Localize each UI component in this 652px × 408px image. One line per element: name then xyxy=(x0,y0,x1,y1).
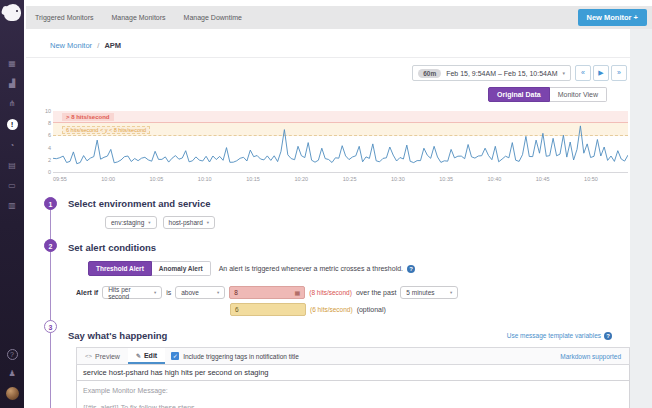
monitor-steps: 1 2 3 Select environment and service env… xyxy=(24,194,630,408)
notebooks-icon[interactable]: ▥ xyxy=(6,201,18,210)
step-2-badge: 2 xyxy=(44,239,57,252)
chevron-down-icon: ▾ xyxy=(148,220,150,225)
page-gutter xyxy=(630,29,652,408)
y-axis-tick: 8 xyxy=(39,120,51,126)
tab-manage-downtime[interactable]: Manage Downtime xyxy=(175,14,251,21)
tab-preview[interactable]: <> Preview xyxy=(77,348,128,364)
datadog-logo-icon[interactable] xyxy=(4,4,21,21)
main-content: Triggered Monitors Manage Monitors Manag… xyxy=(24,0,652,408)
monitor-title-input[interactable]: service host-pshard has high hits per se… xyxy=(76,365,630,381)
help-icon[interactable]: ? xyxy=(407,265,415,273)
dashboards-icon[interactable]: ▦ xyxy=(6,59,18,68)
step-2-title: Set alert conditions xyxy=(68,242,630,253)
alert-threshold-note: (8 hits/second) xyxy=(309,289,352,296)
grid-icon: ▦ xyxy=(295,289,301,296)
y-axis-tick: 10 xyxy=(39,108,51,114)
alert-threshold-value: 8 xyxy=(234,289,238,296)
x-axis-tick: 10:50 xyxy=(584,176,598,182)
time-back-button[interactable]: « xyxy=(575,65,591,81)
message-line: {{#is_alert}} To fix follow these steps xyxy=(83,403,623,408)
x-axis-tick: 10:30 xyxy=(391,176,405,182)
time-range-selector[interactable]: 60m Feb 15, 9:54AM – Feb 15, 10:54AM ▾ xyxy=(412,65,571,81)
help-icon[interactable]: ? xyxy=(604,332,612,340)
monitors-topnav: Triggered Monitors Manage Monitors Manag… xyxy=(26,6,652,29)
metric-line-series xyxy=(53,111,628,173)
breadcrumb-new-monitor-link[interactable]: New Monitor xyxy=(50,41,92,50)
step-1-title: Select environment and service xyxy=(68,198,630,209)
step-3-title: Say what's happening xyxy=(68,330,167,341)
message-template-link[interactable]: Use message template variables ? xyxy=(507,332,612,340)
apm-icon[interactable]: ⋔ xyxy=(6,99,18,108)
infrastructure-icon[interactable]: ▟ xyxy=(6,79,18,88)
time-range-text: Feb 15, 9:54AM – Feb 15, 10:54AM xyxy=(446,70,557,77)
breadcrumb-current: APM xyxy=(104,41,121,50)
threshold-alert-button[interactable]: Threshold Alert xyxy=(88,261,152,276)
chevron-down-icon: ▾ xyxy=(207,220,209,225)
service-filter-select[interactable]: host-pshard ▾ xyxy=(163,216,216,229)
tab-edit[interactable]: ✎ Edit xyxy=(128,348,165,364)
x-axis-tick: 10:45 xyxy=(536,176,550,182)
new-monitor-button[interactable]: New Monitor + xyxy=(578,9,647,26)
breadcrumb: New Monitor / APM xyxy=(50,41,121,50)
monitor-message-textarea[interactable]: Example Monitor Message: {{#is_alert}} T… xyxy=(76,381,630,408)
time-forward-button[interactable]: » xyxy=(611,65,627,81)
integrations-icon[interactable]: ▤ xyxy=(6,161,18,170)
monitors-icon[interactable]: ! xyxy=(7,119,18,130)
x-axis-tick: 10:10 xyxy=(198,176,212,182)
is-label: is xyxy=(166,289,171,296)
include-tags-checkbox[interactable]: ✓ Include triggering tags in notificatio… xyxy=(171,352,299,360)
anomaly-alert-button[interactable]: Anomaly Alert xyxy=(152,261,211,276)
user-avatar[interactable] xyxy=(6,387,19,400)
env-filter-value: env:staging xyxy=(111,219,144,226)
markdown-supported-link[interactable]: Markdown supported xyxy=(560,353,621,360)
original-data-button[interactable]: Original Data xyxy=(488,87,550,102)
tab-edit-label: Edit xyxy=(144,352,157,359)
steps-timeline xyxy=(50,204,51,408)
y-axis-tick: 2 xyxy=(39,157,51,163)
optional-label: (optional) xyxy=(357,306,386,313)
divider xyxy=(26,57,630,58)
alert-if-label: Alert if xyxy=(76,289,98,296)
screenboards-icon[interactable]: ▭ xyxy=(6,181,18,190)
tab-preview-label: Preview xyxy=(95,353,120,360)
team-icon[interactable]: ♟ xyxy=(6,369,18,378)
comparator-select[interactable]: above ▾ xyxy=(175,286,225,299)
comparator-value: above xyxy=(181,289,199,296)
tab-triggered-monitors[interactable]: Triggered Monitors xyxy=(26,14,103,21)
metric-select[interactable]: Hits per second ▾ xyxy=(102,286,162,299)
message-editor-tabbar: <> Preview ✎ Edit ✓ Include triggering t… xyxy=(76,347,630,365)
code-icon: <> xyxy=(85,353,92,359)
time-controls: 60m Feb 15, 9:54AM – Feb 15, 10:54AM ▾ «… xyxy=(412,65,627,81)
time-play-button[interactable]: ▶ xyxy=(593,65,609,81)
alert-type-description: An alert is triggered whenever a metric … xyxy=(219,265,403,272)
metrics-icon[interactable]: ◔ xyxy=(6,141,18,150)
tab-manage-monitors[interactable]: Manage Monitors xyxy=(103,14,175,21)
chevron-down-icon: ▾ xyxy=(450,290,452,295)
time-window-select[interactable]: 5 minutes ▾ xyxy=(400,286,458,299)
x-axis: 09:55 10:00 10:05 10:10 10:15 10:20 10:2… xyxy=(53,176,598,182)
app-sidebar: ▦ ▟ ⋔ ! ◔ ▤ ▭ ▥ ? ♟ xyxy=(0,0,24,408)
alert-band-label: > 8 hits/second xyxy=(62,113,114,121)
env-filter-select[interactable]: env:staging ▾ xyxy=(105,216,157,229)
alert-threshold-input[interactable]: 8 ▦ xyxy=(229,286,305,299)
step-1-badge: 1 xyxy=(44,197,57,210)
chart-plot-area[interactable]: > 8 hits/second 6 hits/second < y < 8 hi… xyxy=(53,111,628,173)
breadcrumb-separator: / xyxy=(97,41,99,50)
y-axis-tick: 6 xyxy=(39,132,51,138)
x-axis-tick: 10:40 xyxy=(488,176,502,182)
help-icon[interactable]: ? xyxy=(7,349,18,360)
message-template-link-text: Use message template variables xyxy=(507,332,601,339)
monitor-view-button[interactable]: Monitor View xyxy=(550,87,607,102)
time-window-value: 5 minutes xyxy=(406,289,434,296)
warning-band-label: 6 hits/second < y < 8 hits/second xyxy=(62,126,150,134)
message-blank-line xyxy=(83,395,623,403)
x-axis-tick: 10:20 xyxy=(294,176,308,182)
include-tags-label: Include triggering tags in notification … xyxy=(183,353,299,360)
warning-threshold-input[interactable]: 6 xyxy=(230,303,306,316)
pencil-icon: ✎ xyxy=(136,352,141,359)
x-axis-tick: 10:35 xyxy=(439,176,453,182)
time-span-badge: 60m xyxy=(418,69,441,78)
x-axis-tick: 09:55 xyxy=(53,176,67,182)
y-axis-tick: 0 xyxy=(39,169,51,175)
view-toggle: Original Data Monitor View xyxy=(488,87,607,102)
